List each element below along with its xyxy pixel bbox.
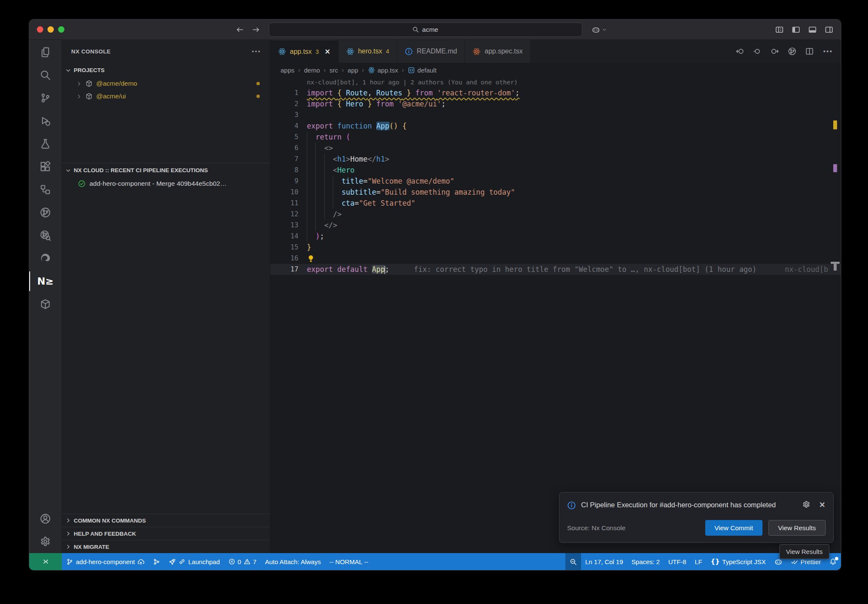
code-line-15[interactable]: 15} [270, 242, 841, 253]
source-control-graph[interactable] [149, 553, 164, 570]
activity-bar-item-ci-pipeline[interactable] [29, 201, 62, 224]
navigate-back-icon[interactable] [236, 25, 244, 34]
project-item-@acme/ui[interactable]: @acme/ui [62, 90, 270, 103]
code-editor[interactable]: nx-cloud[bot], 1 hour ago | 2 authors (Y… [270, 77, 841, 553]
line-content: </> [307, 220, 337, 231]
toggle-primary-sidebar-icon[interactable] [792, 25, 800, 34]
problems-status[interactable]: 07 [224, 553, 261, 570]
breadcrumb-label: demo [304, 67, 320, 74]
sidebar-section-common-nx-commands[interactable]: COMMON NX COMMANDS [62, 514, 270, 527]
token: ) [315, 232, 320, 240]
tab-hero.tsx[interactable]: hero.tsx4 [339, 40, 398, 63]
toggle-secondary-sidebar-icon[interactable] [825, 25, 833, 34]
navigate-forward-icon[interactable] [252, 25, 260, 34]
project-item-@acme/demo[interactable]: @acme/demo [62, 77, 270, 90]
copilot-menu[interactable] [592, 25, 607, 34]
launchpad[interactable]: Launchpad [164, 553, 224, 570]
sidebar-section-nx-migrate[interactable]: NX MIGRATE [62, 540, 270, 553]
command-center-search[interactable]: acme [269, 22, 582, 37]
view-results-button[interactable]: View Results [768, 520, 826, 536]
activity-bar-item-references[interactable] [29, 178, 62, 201]
code-line-7[interactable]: 7<h1>Home</h1> [270, 154, 841, 165]
close-icon[interactable]: × [819, 501, 826, 509]
copilot-icon [592, 25, 600, 34]
lightbulb-icon[interactable] [307, 254, 315, 263]
cursor-position[interactable]: Ln 17, Col 19 [581, 553, 627, 570]
sidebar-section-help-and-feedback[interactable]: HELP AND FEEDBACK [62, 527, 270, 540]
notification-header: CI Pipeline Execution for #add-hero-comp… [567, 500, 826, 511]
pkg-icon [40, 299, 51, 310]
nav-back-icon[interactable] [736, 47, 744, 56]
pipesearch-icon [40, 230, 51, 241]
remote-indicator[interactable] [29, 553, 62, 570]
breadcrumb-item-apps[interactable]: apps [281, 67, 295, 74]
activity-bar-item-nx-console[interactable]: N≥ [29, 270, 62, 293]
pipeline-run-icon[interactable] [788, 47, 796, 56]
activity-bar-item-search[interactable] [29, 64, 62, 87]
code-line-16[interactable]: 16 [270, 253, 841, 264]
more-actions-icon[interactable]: ··· [251, 48, 261, 56]
close-window-button[interactable] [37, 26, 43, 33]
code-line-3[interactable]: 3 [270, 109, 841, 120]
breadcrumb-item-src[interactable]: src [329, 67, 338, 74]
breadcrumb-item-app[interactable]: app [348, 67, 358, 74]
code-line-5[interactable]: 5return ( [270, 131, 841, 143]
activity-bar-item-settings[interactable] [29, 530, 62, 553]
code-line-10[interactable]: 10subtitle="Build something amazing toda… [270, 187, 841, 198]
indentation-status[interactable]: Spaces: 2 [627, 553, 664, 570]
activity-bar-item-testing[interactable] [29, 132, 62, 155]
view-commit-button[interactable]: View Commit [705, 520, 762, 536]
code-line-13[interactable]: 13</> [270, 220, 841, 231]
nav-forward-icon[interactable] [771, 47, 779, 56]
breadcrumb-label: apps [281, 67, 295, 74]
code-line-2[interactable]: 2import { Hero } from '@acme/ui'; [270, 98, 841, 109]
code-line-6[interactable]: 6<> [270, 143, 841, 154]
activity-bar-item-run-debug[interactable] [29, 109, 62, 132]
customize-layout-icon[interactable] [775, 25, 784, 34]
code-line-8[interactable]: 8<Hero [270, 165, 841, 176]
breadcrumb-item-default[interactable]: default [408, 67, 437, 74]
code-line-1[interactable]: 1import { Route, Routes } from 'react-ro… [270, 87, 841, 98]
nav-current-icon[interactable] [753, 47, 762, 56]
close-tab-icon[interactable]: × [324, 48, 330, 55]
tab-app.spec.tsx[interactable]: app.spec.tsx [465, 40, 531, 63]
activity-bar-item-extensions[interactable] [29, 155, 62, 178]
code-line-14[interactable]: 14); [270, 231, 841, 242]
activity-bar-item-edge-tools[interactable] [29, 247, 62, 270]
code-line-9[interactable]: 9title="Welcome @acme/demo" [270, 176, 841, 187]
code-line-4[interactable]: 4export function App() { [270, 120, 841, 131]
nx-cloud-section-header[interactable]: NX CLOUD :: RECENT CI PIPELINE EXECUTION… [62, 163, 270, 177]
git-blame-codelens[interactable]: nx-cloud[bot], 1 hour ago | 2 authors (Y… [270, 77, 841, 87]
auto-attach-status[interactable]: Auto Attach: Always [261, 553, 325, 570]
git-branch-status[interactable]: add-hero-component [62, 553, 149, 570]
code-line-11[interactable]: 11cta="Get Started" [270, 198, 841, 209]
encoding-status[interactable]: UTF-8 [664, 553, 691, 570]
activity-bar-item-source-control[interactable] [29, 87, 62, 109]
more-actions-icon[interactable]: ··· [823, 47, 832, 56]
tab-app.tsx[interactable]: app.tsx3× [270, 40, 339, 63]
indent-guide [324, 165, 333, 176]
activity-bar-item-explorer[interactable] [29, 41, 62, 64]
split-editor-icon[interactable] [805, 47, 814, 56]
notification-settings-icon[interactable] [802, 501, 810, 509]
toggle-panel-icon[interactable] [808, 25, 817, 34]
code-line-12[interactable]: 12/> [270, 209, 841, 220]
activity-bar-item-package-explorer[interactable] [29, 293, 62, 316]
eol-status[interactable]: LF [690, 553, 707, 570]
activity-bar-item-accounts[interactable] [29, 507, 62, 530]
activity-bar-item-pipeline-search[interactable] [29, 224, 62, 247]
minimize-window-button[interactable] [47, 26, 54, 33]
code-line-17[interactable]: 17nx-cloud[bexport default App;fix: corr… [270, 264, 841, 275]
tabs: app.tsx3×hero.tsx4README.mdapp.spec.tsx [270, 40, 531, 63]
inline-git-blame: fix: correct typo in hero title from "We… [414, 264, 757, 275]
pipeline-execution-item[interactable]: add-hero-component - Merge 409b44e5cb02… [62, 177, 270, 190]
breadcrumb-item-demo[interactable]: demo [304, 67, 320, 74]
vim-mode-status[interactable]: -- NORMAL -- [325, 553, 373, 570]
maximize-window-button[interactable] [58, 26, 64, 33]
projects-section-header[interactable]: PROJECTS [62, 63, 270, 77]
language-mode[interactable]: {}TypeScript JSX [707, 553, 770, 570]
section-label: NX MIGRATE [74, 544, 109, 550]
breadcrumb-item-app.tsx[interactable]: app.tsx [368, 67, 398, 74]
tab-README.md[interactable]: README.md [397, 40, 465, 63]
zoom-indicator[interactable] [565, 553, 581, 570]
